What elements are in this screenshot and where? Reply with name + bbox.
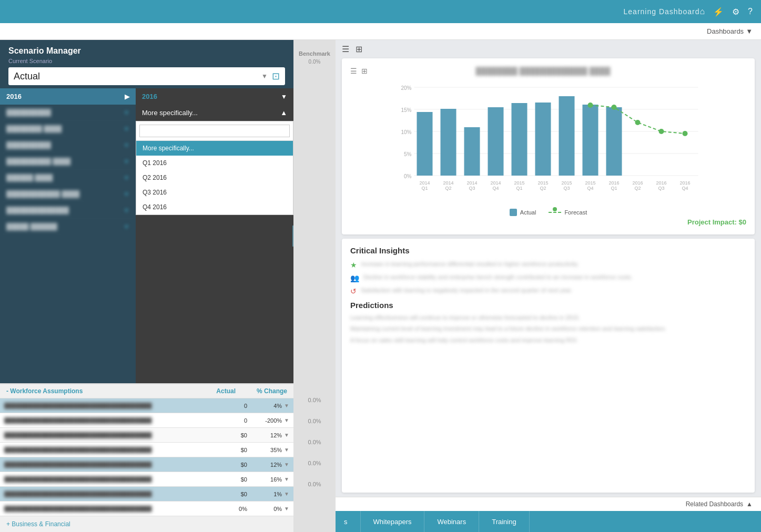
bar-2015q2 [535, 103, 551, 176]
svg-text:15%: 15% [401, 107, 411, 113]
workforce-row-label: ████████████████████████████████████ [0, 417, 209, 424]
legend-forecast: Forecast [549, 209, 587, 216]
dropdown-list: More specifically... Q1 2016 Q2 2016 Q3 … [136, 121, 293, 215]
dropdown-item-q2-2016[interactable]: Q2 2016 [136, 170, 293, 185]
scenario-select-dropdown-arrow[interactable]: ▼ [261, 73, 268, 80]
expand-icon[interactable]: ⊞ [356, 44, 362, 54]
gear-icon[interactable]: ⚙ [732, 7, 739, 17]
right-col-year-header[interactable]: 2016 ▼ [136, 88, 293, 105]
tab-training[interactable]: Training [479, 511, 529, 532]
change-arrow-icon: ▼ [284, 506, 289, 511]
top-nav: Learning Dashboard ⌂ ⚡ ⚙ ? [0, 0, 761, 23]
table-row: ████████████████████████████████████ $0 … [0, 443, 293, 457]
svg-text:Q1: Q1 [611, 186, 617, 191]
benchmark-column: Benchmark 0.0% 0.0% 0.0% 0.0% 0.0% 0.0% [293, 40, 336, 532]
svg-text:Q3: Q3 [563, 186, 570, 191]
table-row: ████████████████████████████████████ $0 … [0, 457, 293, 472]
change-arrow-icon: ▼ [284, 417, 289, 423]
legend-actual-box [510, 209, 517, 216]
people-icon: 👥 [350, 274, 359, 282]
home-icon[interactable]: ⌂ [699, 7, 705, 16]
workforce-row-actual: $0 [209, 432, 251, 438]
svg-text:Q2: Q2 [540, 186, 546, 191]
svg-text:Q2: Q2 [445, 186, 451, 191]
dropdown-search-input[interactable] [139, 125, 290, 137]
related-dashboards-icon: ▲ [746, 500, 753, 508]
benchmark-val-1: 0.0% [308, 397, 321, 403]
left-col-year-header[interactable]: 2016 ▶ [0, 88, 136, 105]
list-item[interactable]: ██████████▼ [0, 105, 136, 121]
dashboards-label[interactable]: Dashboards [707, 27, 744, 35]
svg-text:2014: 2014 [466, 180, 477, 186]
workforce-row-actual: $0 [209, 491, 251, 497]
workforce-row-change: 35% ▼ [251, 447, 293, 453]
dropdown-item-q4-2016[interactable]: Q4 2016 [136, 200, 293, 214]
change-arrow-icon: ▼ [284, 462, 289, 467]
list-item[interactable]: ████████ ████▼ [0, 121, 136, 137]
right-col-year: 2016 [142, 93, 157, 100]
dashboards-arrow: ▼ [746, 27, 753, 35]
workforce-row-actual: 0 [209, 403, 251, 409]
svg-text:0%: 0% [404, 173, 412, 179]
scenario-select-value: Actual [14, 71, 261, 82]
svg-text:2016: 2016 [632, 180, 643, 186]
tab-webinars[interactable]: Webinars [424, 511, 479, 532]
insight-text-1: Increase in learning performance differe… [361, 260, 579, 268]
chart-card-header: ☰ ⊞ ████████ █████████████ ████ [350, 67, 746, 75]
actual-label: Actual [216, 387, 236, 395]
bar-2016q1 [606, 107, 622, 176]
table-row: ████████████████████████████████████ 0% … [0, 502, 293, 516]
list-item[interactable]: █████ ██████▼ [0, 219, 136, 235]
workforce-row-label: ████████████████████████████████████ [0, 403, 209, 409]
main-container: Scenario Manager Current Scenario Actual… [0, 40, 761, 532]
related-dashboards-bar[interactable]: Related Dashboards ▲ [336, 497, 761, 511]
list-item[interactable]: ██████████████▼ [0, 202, 136, 219]
svg-text:2015: 2015 [537, 180, 548, 186]
workforce-row-change: 0% ▼ [251, 506, 293, 512]
dropdown-item-more-specifically[interactable]: More specifically... [136, 141, 293, 156]
hamburger-icon[interactable]: ☰ [342, 44, 349, 54]
scenario-select-row[interactable]: Actual ▼ ⊡ [8, 67, 285, 85]
svg-text:2014: 2014 [490, 180, 501, 186]
list-item[interactable]: ██████ ████▼ [0, 170, 136, 186]
bar-2014q4 [488, 107, 504, 176]
tab-s[interactable]: s [336, 511, 361, 532]
prediction-item-2: Maintaining current level of learning in… [350, 325, 746, 333]
bolt-icon[interactable]: ⚡ [713, 7, 724, 17]
change-label: % Change [257, 387, 287, 395]
workforce-row-change: 12% ▼ [251, 432, 293, 438]
workforce-row-label: ████████████████████████████████████ [0, 506, 209, 512]
insight-text-2: Decline in workforce stability and enter… [363, 273, 633, 281]
benchmark-label: Benchmark [299, 50, 330, 57]
scenario-manager-sidebar: Scenario Manager Current Scenario Actual… [0, 40, 293, 532]
dropdown-header[interactable]: More specifically... ▲ [136, 105, 293, 121]
question-icon[interactable]: ? [748, 7, 753, 16]
right-panel-toolbar: ☰ ⊞ [336, 40, 761, 58]
tab-whitepapers[interactable]: Whitepapers [361, 511, 425, 532]
star-icon: ★ [350, 261, 357, 269]
list-item[interactable]: ██████████▼ [0, 137, 136, 154]
left-column: 2016 ▶ ██████████▼ ████████ ████▼ ██████… [0, 88, 136, 383]
svg-text:Q3: Q3 [658, 186, 664, 191]
list-item[interactable]: ████████████ ████▼ [0, 186, 136, 202]
dropdown-item-q1-2016[interactable]: Q1 2016 [136, 156, 293, 170]
change-arrow-icon: ▼ [284, 476, 289, 482]
dashboards-bar[interactable]: Dashboards ▼ [0, 23, 761, 40]
scenario-columns: 2016 ▶ ██████████▼ ████████ ████▼ ██████… [0, 88, 293, 383]
insights-card: Critical Insights ★ Increase in learning… [342, 239, 755, 493]
scenario-manager-title: Scenario Manager [8, 46, 285, 56]
benchmark-val-2: 0.0% [308, 418, 321, 424]
scenario-manager-header: Scenario Manager Current Scenario Actual… [0, 40, 293, 88]
workforce-row-actual: $0 [209, 447, 251, 453]
refresh-icon: ↺ [350, 287, 357, 295]
business-financial-link[interactable]: + Business & Financial [0, 516, 293, 532]
list-item[interactable]: ██████████ ████▼ [0, 154, 136, 170]
predictions-title: Predictions [350, 301, 746, 310]
chart-menu-icon[interactable]: ☰ [350, 67, 357, 75]
workforce-row-change: -200% ▼ [251, 417, 293, 424]
scenario-add-button[interactable]: ⊡ [272, 70, 280, 82]
svg-text:Q3: Q3 [469, 186, 475, 191]
dropdown-item-q3-2016[interactable]: Q3 2016 [136, 185, 293, 200]
collapse-button[interactable]: ‹ [292, 226, 293, 247]
workforce-row-change: 4% ▼ [251, 403, 293, 409]
